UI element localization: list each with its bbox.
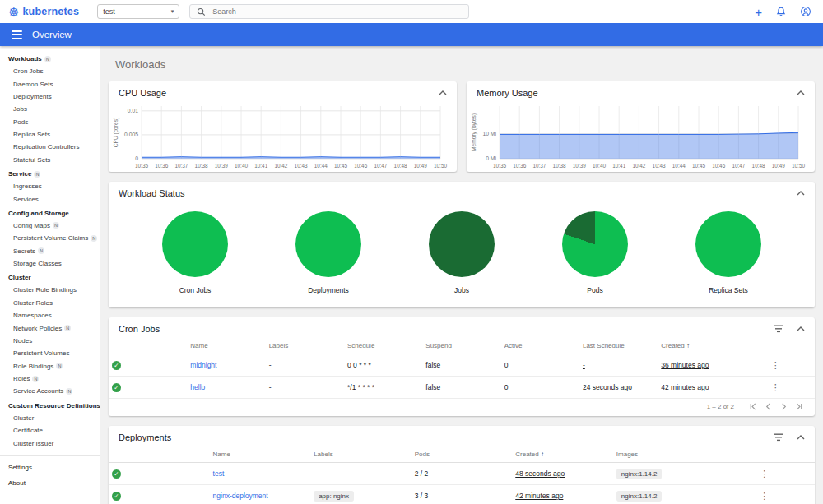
sidebar-item-replication-controllers[interactable]: Replication Controllers [0,141,100,153]
svg-text:10:36: 10:36 [155,163,168,169]
sidebar-item-cluster-role-bindings[interactable]: Cluster Role Bindings [0,284,100,296]
row-menu-icon[interactable]: ⋮ [760,469,769,479]
sidebar-section-custom-resource-definitions[interactable]: Custom Resource Definitions [0,398,100,412]
sidebar-item-jobs[interactable]: Jobs [0,103,100,115]
column-header-created[interactable]: Created ↑ [512,446,613,463]
column-header-active[interactable]: Active [501,337,579,354]
pie-label: Pods [587,286,602,294]
sidebar-item-about[interactable]: About [0,475,100,491]
column-header-schedule[interactable]: Schedule [344,337,422,354]
row-menu-icon[interactable]: ⋮ [760,491,769,501]
column-header-labels[interactable]: Labels [266,337,344,354]
svg-text:10:35: 10:35 [135,163,148,169]
sidebar-item-stateful-sets[interactable]: Stateful Sets [0,154,100,166]
collapse-chevron-icon[interactable] [797,435,805,440]
namespaced-indicator-icon: N [32,376,39,382]
prev-page-icon[interactable] [765,403,772,410]
sidebar-section-service[interactable]: ServiceN [0,166,100,180]
collapse-chevron-icon[interactable] [797,90,805,95]
svg-text:0.005: 0.005 [124,132,138,137]
collapse-chevron-icon[interactable] [797,326,805,331]
svg-text:10:46: 10:46 [712,163,725,169]
svg-text:10:46: 10:46 [354,163,367,169]
sidebar-item-cluster-issuer[interactable]: Cluster Issuer [0,437,100,449]
column-header-images[interactable]: Images [613,446,714,463]
memory-usage-card: Memory Usage 10:3510:3610:3710:3810:3910… [467,81,815,172]
sidebar-item-storage-classes[interactable]: Storage Classes [0,257,100,270]
svg-text:10:50: 10:50 [792,163,805,169]
column-header-created[interactable]: Created ↑ [658,337,736,354]
collapse-chevron-icon[interactable] [439,90,447,95]
menu-icon[interactable] [12,30,22,39]
sidebar-section-workloads[interactable]: WorkloadsN [0,51,100,65]
row-menu-icon[interactable]: ⋮ [771,382,780,392]
resource-link[interactable]: hello [190,383,205,391]
sidebar-item-pods[interactable]: Pods [0,116,100,128]
notifications-icon[interactable] [775,6,787,17]
sidebar-item-replica-sets[interactable]: Replica Sets [0,128,100,141]
sidebar-item-ingresses[interactable]: Ingresses [0,180,100,192]
first-page-icon[interactable] [749,403,756,410]
sidebar-item-secrets[interactable]: SecretsN [0,245,100,257]
sidebar-section-cluster[interactable]: Cluster [0,270,100,284]
sidebar-item-cluster[interactable]: Cluster [0,412,100,424]
sidebar-item-daemon-sets[interactable]: Daemon Sets [0,77,100,90]
app-header: Overview [0,23,823,46]
column-header-name[interactable]: Name [187,337,265,354]
cron-jobs-card-title: Cron Jobs [119,324,160,334]
resource-link[interactable]: test [213,469,225,478]
sidebar-item-nodes[interactable]: Nodes [0,335,100,347]
sidebar-item-role-bindings[interactable]: Role BindingsN [0,360,100,372]
sidebar-item-persistent-volume-claims[interactable]: Persistent Volume ClaimsN [0,232,100,244]
filter-icon[interactable] [774,433,783,442]
search-icon [197,7,206,16]
resource-link[interactable]: nginx-deployment [213,492,268,500]
create-resource-button[interactable]: + [755,6,762,18]
row-menu-icon[interactable]: ⋮ [771,360,780,370]
svg-text:10:37: 10:37 [532,163,546,169]
resource-link[interactable]: midnight [190,361,216,369]
sidebar-item-network-policies[interactable]: Network PoliciesN [0,321,100,334]
column-header-last-schedule[interactable]: Last Schedule [579,337,658,354]
cron-jobs-table: NameLabelsScheduleSuspendActiveLast Sche… [109,337,815,399]
table-row: ✓ hello-*/1 * * * *false024 seconds ago4… [109,377,815,399]
topbar: ☸ kubernetes test ▾ + [0,0,823,23]
sidebar-item-roles[interactable]: RolesN [0,372,100,385]
svg-text:10:42: 10:42 [632,163,645,169]
sidebar-item-settings[interactable]: Settings [0,460,100,475]
column-header-name[interactable]: Name [210,446,311,463]
last-page-icon[interactable] [796,403,803,410]
sidebar-item-persistent-volumes[interactable]: Persistent Volumes [0,347,100,359]
brand-home-link[interactable]: ☸ kubernetes [8,6,79,18]
account-icon[interactable] [800,6,811,17]
status-ok-icon: ✓ [112,469,121,479]
namespace-select[interactable]: test ▾ [97,4,179,19]
svg-text:10:47: 10:47 [732,163,745,169]
deployments-table: NameLabelsPodsCreated ↑Images ✓ test-2 /… [109,446,815,504]
next-page-icon[interactable] [780,403,788,410]
column-header-suspend[interactable]: Suspend [422,337,500,354]
sidebar-item-service-accounts[interactable]: Service AccountsN [0,385,100,397]
collapse-chevron-icon[interactable] [797,191,805,196]
svg-text:10:48: 10:48 [752,163,765,169]
sidebar-section-config-and-storage[interactable]: Config and Storage [0,206,100,220]
sidebar-item-namespaces[interactable]: Namespaces [0,309,100,321]
namespaced-indicator-icon: N [34,171,40,178]
memory-usage-card-title: Memory Usage [477,88,538,98]
search-input[interactable] [211,7,462,16]
svg-text:10:41: 10:41 [254,163,267,169]
column-header-labels[interactable]: Labels [310,446,412,463]
svg-text:10:42: 10:42 [274,163,287,169]
svg-text:CPU (cores): CPU (cores) [113,118,119,147]
svg-text:10:45: 10:45 [334,163,347,169]
sidebar-item-cron-jobs[interactable]: Cron Jobs [0,65,100,77]
topbar-actions: + [755,6,815,18]
sidebar-item-config-maps[interactable]: Config MapsN [0,220,100,232]
namespaced-indicator-icon: N [66,388,72,395]
sidebar-item-certificate[interactable]: Certificate [0,424,100,437]
column-header-pods[interactable]: Pods [412,446,513,463]
sidebar-item-deployments[interactable]: Deployments [0,90,100,103]
sidebar-item-services[interactable]: Services [0,192,100,205]
sidebar-item-cluster-roles[interactable]: Cluster Roles [0,297,100,309]
filter-icon[interactable] [774,325,783,333]
